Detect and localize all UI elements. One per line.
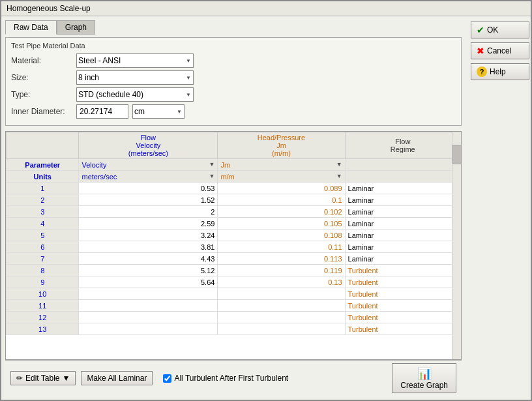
table-row: 3 2 0.102 Laminar▼	[7, 206, 461, 218]
inner-diameter-input[interactable]	[76, 104, 128, 119]
material-label: Material:	[11, 56, 76, 65]
tab-raw-data[interactable]: Raw Data	[5, 20, 57, 35]
row-num: 12	[7, 312, 79, 323]
row-regime: Turbulent▼	[345, 323, 460, 335]
param-jm: Jm ▼	[218, 159, 345, 171]
table-row: 2 1.52 0.1 Laminar▼	[7, 194, 461, 206]
row-num: 6	[7, 241, 79, 253]
table-row: 5 3.24 0.108 Laminar▼	[7, 230, 461, 241]
table-row: 4 2.59 0.105 Laminar▼	[7, 218, 461, 230]
row-velocity[interactable]	[79, 288, 218, 300]
table-scroll-area: FlowVelocity(meters/sec) Head/PressureJm…	[6, 132, 461, 359]
create-graph-button[interactable]: 📊 Create Graph	[392, 363, 456, 393]
row-num: 1	[7, 183, 79, 194]
tab-graph[interactable]: Graph	[57, 20, 95, 35]
row-jm[interactable]	[218, 312, 345, 323]
row-regime: Laminar▼	[345, 194, 460, 206]
cancel-icon: ✖	[477, 46, 484, 56]
row-regime: Laminar▼	[345, 253, 460, 265]
row-regime: Laminar▼	[345, 183, 460, 194]
material-row: Material: Steel - ANSI	[11, 53, 456, 68]
all-turbulent-checkbox[interactable]	[163, 374, 171, 383]
units-jm: m/m ▼	[218, 171, 345, 183]
scrollbar[interactable]	[452, 132, 461, 359]
checkbox-row: All Turbulent After First Turbulent	[163, 374, 288, 383]
window-title: Homogeneous Scale-up	[7, 4, 91, 13]
table-row: 11 Turbulent▼	[7, 300, 461, 312]
row-jm[interactable]: 0.119	[218, 265, 345, 276]
row-jm[interactable]: 0.1	[218, 194, 345, 206]
row-velocity[interactable]	[79, 323, 218, 335]
row-velocity[interactable]	[79, 300, 218, 312]
table-row: 13 Turbulent▼	[7, 323, 461, 335]
row-num: 2	[7, 194, 79, 206]
col-header-velocity: FlowVelocity(meters/sec)	[79, 132, 218, 159]
row-num: 13	[7, 323, 79, 335]
row-num: 9	[7, 276, 79, 288]
main-window: Homogeneous Scale-up Raw Data Graph Test…	[0, 0, 532, 401]
row-jm[interactable]	[218, 288, 345, 300]
table-row: 7 4.43 0.113 Laminar▼	[7, 253, 461, 265]
size-select-wrapper: 8 inch	[76, 70, 194, 85]
edit-table-button[interactable]: ✏ Edit Table ▼	[10, 371, 76, 385]
col-header-regime: FlowRegime	[345, 132, 460, 159]
col-header-jm: Head/PressureJm(m/m)	[218, 132, 345, 159]
row-regime: Laminar▼	[345, 218, 460, 230]
size-select[interactable]: 8 inch	[76, 70, 194, 85]
row-regime: Turbulent▼	[345, 312, 460, 323]
row-jm[interactable]	[218, 300, 345, 312]
row-velocity[interactable]: 2	[79, 206, 218, 218]
row-jm[interactable]	[218, 323, 345, 335]
row-velocity[interactable]: 2.59	[79, 218, 218, 230]
row-velocity[interactable]: 0.53	[79, 183, 218, 194]
row-velocity[interactable]: 5.64	[79, 276, 218, 288]
content-area: Raw Data Graph Test Pipe Material Data M…	[1, 16, 531, 400]
row-jm[interactable]: 0.13	[218, 276, 345, 288]
row-num: 4	[7, 218, 79, 230]
table-row: 12 Turbulent▼	[7, 312, 461, 323]
row-num: 7	[7, 253, 79, 265]
bottom-bar: ✏ Edit Table ▼ Make All Laminar All Turb…	[5, 360, 462, 396]
row-num: 5	[7, 230, 79, 241]
cancel-button[interactable]: ✖ Cancel	[471, 42, 529, 59]
row-jm[interactable]: 0.102	[218, 206, 345, 218]
data-table-container: FlowVelocity(meters/sec) Head/PressureJm…	[5, 131, 462, 360]
material-select[interactable]: Steel - ANSI	[76, 53, 194, 68]
row-regime: Turbulent▼	[345, 288, 460, 300]
help-icon: ?	[477, 67, 487, 77]
type-label: Type:	[11, 90, 76, 99]
param-row: Parameter Velocity ▼ Jm ▼	[7, 159, 461, 171]
make-all-laminar-button[interactable]: Make All Laminar	[81, 371, 153, 385]
param-velocity: Velocity ▼	[79, 159, 218, 171]
unit-select-wrapper: cm	[132, 104, 185, 119]
right-panel: ✔ OK ✖ Cancel ? Help	[466, 16, 531, 400]
row-velocity[interactable]: 3.24	[79, 230, 218, 241]
units-regime	[345, 171, 460, 183]
row-jm[interactable]: 0.105	[218, 218, 345, 230]
row-velocity[interactable]: 4.43	[79, 253, 218, 265]
units-velocity: meters/sec ▼	[79, 171, 218, 183]
unit-select[interactable]: cm	[132, 104, 185, 119]
size-row: Size: 8 inch	[11, 70, 456, 85]
row-jm[interactable]: 0.108	[218, 230, 345, 241]
data-table: FlowVelocity(meters/sec) Head/PressureJm…	[6, 132, 461, 335]
type-select[interactable]: STD (schedule 40)	[76, 87, 194, 102]
row-velocity[interactable]: 5.12	[79, 265, 218, 276]
row-regime: Turbulent▼	[345, 300, 460, 312]
scrollbar-thumb[interactable]	[452, 145, 462, 164]
ok-button[interactable]: ✔ OK	[471, 22, 529, 38]
main-panel: Raw Data Graph Test Pipe Material Data M…	[1, 16, 466, 400]
help-button[interactable]: ? Help	[471, 63, 529, 80]
test-pipe-section: Test Pipe Material Data Material: Steel …	[5, 37, 462, 126]
row-jm[interactable]: 0.089	[218, 183, 345, 194]
row-velocity[interactable]	[79, 312, 218, 323]
units-label: Units	[7, 171, 79, 183]
row-velocity[interactable]: 3.81	[79, 241, 218, 253]
material-select-wrapper: Steel - ANSI	[76, 53, 194, 68]
type-select-wrapper: STD (schedule 40)	[76, 87, 194, 102]
table-row: 1 0.53 0.089 Laminar▼	[7, 183, 461, 194]
row-num: 11	[7, 300, 79, 312]
row-jm[interactable]: 0.113	[218, 253, 345, 265]
row-jm[interactable]: 0.11	[218, 241, 345, 253]
row-velocity[interactable]: 1.52	[79, 194, 218, 206]
